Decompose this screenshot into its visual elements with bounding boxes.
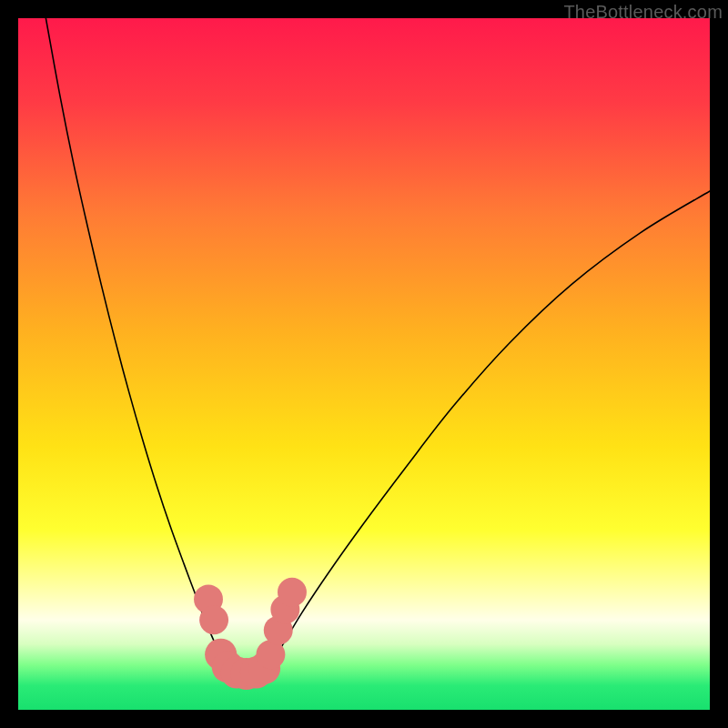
marker-point: [199, 605, 228, 634]
chart-svg: [18, 18, 710, 710]
watermark-text: TheBottleneck.com: [563, 2, 723, 23]
plot-area: [18, 18, 710, 710]
outer-frame: TheBottleneck.com: [0, 0, 728, 728]
marker-point: [278, 578, 307, 607]
